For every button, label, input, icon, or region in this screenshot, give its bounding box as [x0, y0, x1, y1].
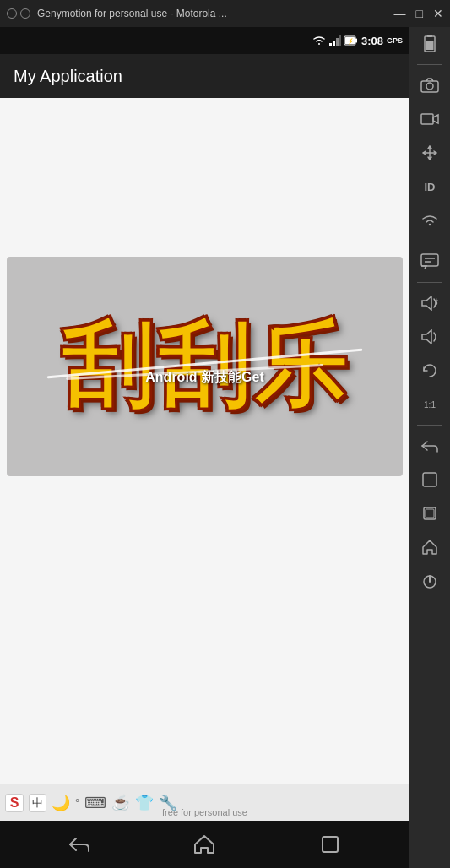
battery-icon[interactable] — [415, 29, 445, 59]
close-button[interactable]: ✕ — [433, 7, 443, 20]
svg-rect-2 — [426, 41, 434, 50]
svg-rect-18 — [339, 35, 341, 46]
signal-icon — [329, 35, 341, 46]
camera-icon[interactable] — [415, 70, 445, 100]
maximize-button[interactable]: □ — [416, 7, 423, 20]
title-bar: Genymotion for personal use - Motorola .… — [0, 0, 450, 27]
gps-label: GPS — [387, 36, 403, 45]
window-dots — [7, 8, 30, 19]
chinese-art-image: 刮刮乐 Android 新技能Get — [7, 257, 403, 476]
svg-point-3 — [426, 83, 433, 90]
overlay-text: Android 新技能Get — [145, 369, 263, 387]
right-sidebar: ID + 1:1 — [409, 0, 450, 868]
svg-text:⚡: ⚡ — [347, 37, 355, 45]
divider2 — [417, 241, 442, 241]
title-bar-text: Genymotion for personal use - Motorola .… — [37, 8, 394, 19]
home-button[interactable] — [179, 834, 230, 854]
svg-rect-12 — [426, 509, 434, 518]
watermark: free for personal use — [0, 807, 409, 817]
menu-icon[interactable] — [415, 498, 445, 529]
status-bar: ⚡ 3:08 GPS — [0, 27, 409, 54]
scale-icon[interactable]: 1:1 — [415, 389, 445, 420]
dot2 — [20, 8, 30, 19]
app-bar-title: My Application — [14, 67, 122, 86]
recents-square-icon[interactable] — [415, 464, 445, 495]
title-bar-controls: — □ ✕ — [394, 7, 443, 20]
chat-icon[interactable] — [415, 247, 445, 277]
minimize-button[interactable]: — — [394, 7, 406, 20]
back-button[interactable] — [54, 835, 105, 854]
battery-status-icon: ⚡ — [344, 35, 358, 46]
svg-rect-20 — [355, 39, 357, 43]
svg-rect-5 — [421, 114, 433, 124]
id-icon[interactable]: ID — [415, 171, 445, 202]
rotate-icon[interactable] — [415, 355, 445, 386]
divider4 — [417, 425, 442, 426]
svg-rect-10 — [423, 473, 436, 486]
recents-button[interactable] — [305, 834, 355, 854]
divider3 — [417, 282, 442, 283]
main-content: 刮刮乐 Android 新技能Get — [0, 98, 409, 784]
svg-rect-6 — [421, 254, 438, 266]
svg-rect-16 — [333, 41, 335, 46]
svg-text:+: + — [435, 297, 438, 303]
move-icon[interactable] — [415, 138, 445, 168]
svg-rect-17 — [336, 38, 339, 46]
image-container: 刮刮乐 Android 新技能Get — [0, 250, 409, 483]
wifi-status-icon — [312, 35, 326, 46]
divider1 — [417, 64, 442, 65]
volume-up-icon[interactable]: + — [415, 288, 445, 318]
status-icons: ⚡ 3:08 GPS — [312, 35, 403, 47]
app-bar: My Application — [0, 54, 409, 98]
chinese-text-art: 刮刮乐 — [7, 257, 403, 476]
phone-screen: ⚡ 3:08 GPS My Application 刮刮乐 Android 新技… — [0, 27, 409, 868]
home-sidebar-icon[interactable] — [415, 532, 445, 562]
dot1 — [7, 8, 17, 19]
volume-down-icon[interactable] — [415, 322, 445, 352]
svg-rect-1 — [427, 35, 432, 37]
wifi-icon[interactable] — [415, 205, 445, 236]
svg-rect-15 — [329, 43, 332, 46]
status-time: 3:08 — [361, 35, 383, 47]
video-icon[interactable] — [415, 104, 445, 134]
svg-rect-23 — [323, 837, 338, 852]
nav-bar — [0, 821, 409, 868]
power-icon[interactable] — [415, 566, 445, 596]
back-nav-icon[interactable] — [415, 431, 445, 461]
